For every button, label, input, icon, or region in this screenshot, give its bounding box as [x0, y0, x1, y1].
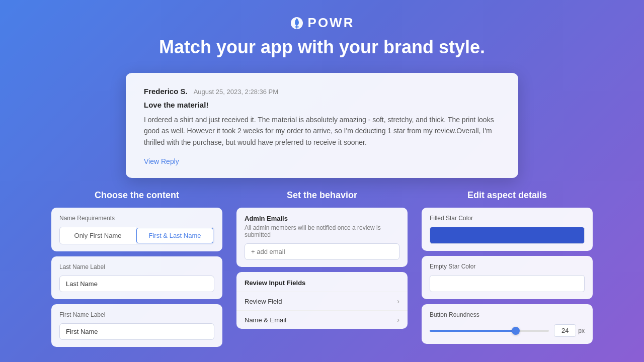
- content-column-title: Choose the content: [51, 190, 222, 201]
- name-requirements-panel: Name Requirements Only First Name First …: [51, 208, 222, 251]
- review-input-fields-panel: Review Input Fields Review Field › Name …: [236, 272, 408, 329]
- last-name-input[interactable]: [59, 276, 214, 292]
- logo-row: POWR: [0, 15, 644, 31]
- powr-icon: [290, 16, 304, 30]
- last-name-label-panel: Last Name Label: [51, 256, 222, 299]
- review-input-fields-title: Review Input Fields: [236, 272, 408, 292]
- px-input-group: px: [554, 324, 585, 337]
- empty-star-color-swatch[interactable]: [430, 275, 585, 292]
- slider-thumb[interactable]: [512, 327, 520, 335]
- review-field-row-0[interactable]: Review Field ›: [236, 292, 408, 310]
- filled-star-color-panel: Filled Star Color: [422, 208, 593, 251]
- empty-star-color-label: Empty Star Color: [430, 263, 585, 270]
- slider-track: [430, 330, 549, 332]
- admin-emails-title: Admin Emails: [245, 215, 399, 222]
- name-requirements-toggle: Only First Name First & Last Name: [59, 227, 214, 244]
- empty-star-color-panel: Empty Star Color: [422, 256, 593, 299]
- review-body: I ordered a shirt and just received it. …: [144, 114, 500, 148]
- view-reply-link[interactable]: View Reply: [144, 157, 179, 165]
- chevron-right-icon-1: ›: [397, 316, 399, 324]
- button-roundness-label: Button Roundness: [430, 311, 585, 318]
- roundness-slider-container: [430, 326, 549, 336]
- review-field-label-0: Review Field: [245, 298, 282, 305]
- button-roundness-panel: Button Roundness px: [422, 304, 593, 344]
- first-last-name-btn[interactable]: First & Last Name: [136, 228, 213, 243]
- last-name-label-text: Last Name Label: [59, 263, 214, 270]
- admin-emails-panel: Admin Emails All admin members will be n…: [236, 208, 408, 267]
- filled-star-color-label: Filled Star Color: [430, 215, 585, 222]
- review-date: August 25, 2023, 2:28:36 PM: [194, 88, 278, 96]
- review-header: Frederico S. August 25, 2023, 2:28:36 PM: [144, 87, 500, 96]
- add-email-input[interactable]: [245, 243, 399, 260]
- behavior-column: Set the behavior Admin Emails All admin …: [236, 190, 408, 352]
- roundness-value-input[interactable]: [554, 324, 576, 337]
- reviewer-name: Frederico S.: [144, 87, 188, 96]
- review-field-row-1[interactable]: Name & Email ›: [236, 310, 408, 329]
- logo-text: POWR: [308, 15, 355, 31]
- review-card: Frederico S. August 25, 2023, 2:28:36 PM…: [126, 73, 518, 178]
- content-column: Choose the content Name Requirements Onl…: [51, 190, 222, 352]
- bottom-section: Choose the content Name Requirements Onl…: [0, 190, 644, 352]
- aspect-column-title: Edit aspect details: [422, 190, 593, 201]
- first-name-label-text: First Name Label: [59, 311, 214, 318]
- aspect-column: Edit aspect details Filled Star Color Em…: [422, 190, 593, 352]
- px-unit-label: px: [578, 327, 585, 334]
- admin-emails-desc: All admin members will be notified once …: [245, 224, 399, 238]
- first-name-input[interactable]: [59, 323, 214, 340]
- filled-star-color-swatch[interactable]: [430, 227, 585, 244]
- only-first-name-btn[interactable]: Only First Name: [60, 227, 136, 244]
- first-name-label-panel: First Name Label: [51, 304, 222, 347]
- behavior-column-title: Set the behavior: [236, 190, 408, 201]
- header: POWR Match your app with your brand styl…: [0, 0, 644, 68]
- name-requirements-label: Name Requirements: [59, 215, 214, 222]
- roundness-row: px: [430, 324, 585, 337]
- headline: Match your app with your brand style.: [0, 37, 644, 58]
- slider-fill: [430, 330, 516, 332]
- review-field-label-1: Name & Email: [245, 316, 286, 324]
- review-title: Love the material!: [144, 101, 500, 109]
- chevron-right-icon-0: ›: [397, 297, 399, 305]
- preview-section: Frederico S. August 25, 2023, 2:28:36 PM…: [0, 68, 644, 190]
